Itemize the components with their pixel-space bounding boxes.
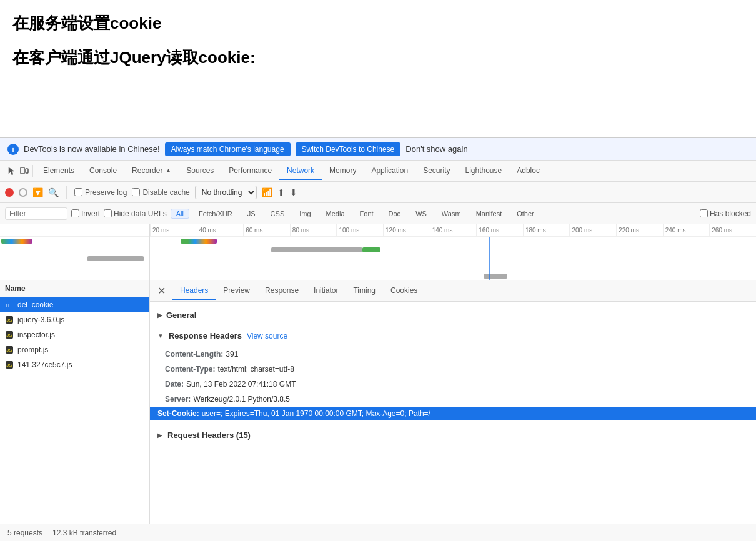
response-headers-label: Response Headers <box>169 331 242 340</box>
tab-network[interactable]: Network <box>279 162 322 180</box>
tab-lighthouse[interactable]: Lighthouse <box>458 162 510 180</box>
has-blocked-checkbox[interactable] <box>700 209 708 217</box>
ruler-140ms: 140 ms <box>430 224 477 236</box>
general-section-header[interactable]: ▶ General <box>157 307 749 324</box>
timeline-bars-left <box>0 237 149 280</box>
header-value-date: Sun, 13 Feb 2022 07:41:18 GMT <box>186 379 296 390</box>
timeline-area: 20 ms 40 ms 60 ms 80 ms 100 ms 120 ms 14… <box>0 224 756 280</box>
file-name-del-cookie: del_cookie <box>17 300 53 309</box>
file-item-jquery[interactable]: JS jquery-3.6.0.js <box>0 312 149 327</box>
detail-tab-headers[interactable]: Headers <box>172 282 216 300</box>
stop-button[interactable] <box>19 188 27 197</box>
invert-label[interactable]: Invert <box>71 209 100 218</box>
html-file-icon: H <box>5 300 14 309</box>
response-headers-section: ▼ Response Headers View source Content-L… <box>157 329 749 420</box>
invert-checkbox[interactable] <box>71 209 79 217</box>
tab-memory[interactable]: Memory <box>322 162 364 180</box>
file-name-141js: 141.327ce5c7.js <box>17 360 72 369</box>
tab-recorder[interactable]: Recorder ▲ <box>124 162 179 180</box>
tab-performance[interactable]: Performance <box>221 162 279 180</box>
switch-to-chinese-button[interactable]: Switch DevTools to Chinese <box>296 142 401 156</box>
timeline-name-column <box>0 224 150 280</box>
tab-console[interactable]: Console <box>82 162 124 180</box>
waterfall-bar-c2b <box>362 247 380 252</box>
file-list: Name H del_cookie JS jquery-3.6.0.js <box>0 280 150 524</box>
bar-chart-row-3 <box>150 254 756 263</box>
search-icon[interactable]: 🔍 <box>48 187 59 197</box>
file-item-inspector[interactable]: JS inspector.js <box>0 327 149 342</box>
devtools-notification: i DevTools is now available in Chinese! … <box>0 138 756 161</box>
disable-cache-label[interactable]: Disable cache <box>132 188 189 197</box>
hide-data-urls-label[interactable]: Hide data URLs <box>104 209 167 218</box>
general-label: General <box>166 310 196 320</box>
filter-js-button[interactable]: JS <box>242 209 261 219</box>
ruler-100ms: 100 ms <box>336 224 383 236</box>
filter-css-button[interactable]: CSS <box>265 209 291 219</box>
tab-sources[interactable]: Sources <box>179 162 221 180</box>
preserve-log-checkbox[interactable] <box>74 188 82 196</box>
svg-rect-0 <box>21 167 24 174</box>
record-button[interactable] <box>5 188 14 197</box>
filter-doc-button[interactable]: Doc <box>383 209 407 219</box>
filter-media-button[interactable]: Media <box>321 209 351 219</box>
page-title-1: 在服务端设置cookie <box>12 12 744 34</box>
close-detail-button[interactable]: ✕ <box>155 285 167 297</box>
request-triangle-icon: ▶ <box>157 432 162 439</box>
notification-message: DevTools is now available in Chinese! <box>24 144 160 154</box>
headers-content: ▶ General ▼ Response Headers View source… <box>150 302 756 451</box>
filter-wasm-button[interactable]: Wasm <box>436 209 467 219</box>
header-row-content-type: Content-Type: text/html; charset=utf-8 <box>157 362 749 377</box>
detail-tab-response[interactable]: Response <box>257 282 306 300</box>
filter-ws-button[interactable]: WS <box>410 209 432 219</box>
timeline-ruler: 20 ms 40 ms 60 ms 80 ms 100 ms 120 ms 14… <box>150 224 756 237</box>
request-headers-section: ▶ Request Headers (15) <box>157 428 749 442</box>
filter-all-button[interactable]: All <box>171 209 189 219</box>
tab-security[interactable]: Security <box>415 162 457 180</box>
file-item-prompt[interactable]: JS prompt.js <box>0 342 149 357</box>
tab-adblock[interactable]: Adbloc <box>509 162 547 180</box>
filter-img-button[interactable]: Img <box>294 209 316 219</box>
waterfall-bar-c2 <box>271 247 362 252</box>
upload-icon: ⬆ <box>277 187 285 197</box>
always-match-language-button[interactable]: Always match Chrome's language <box>165 142 291 156</box>
has-blocked-label[interactable]: Has blocked <box>700 209 751 218</box>
ruler-160ms: 160 ms <box>476 224 523 236</box>
throttle-select[interactable]: No throttling Fast 3G Slow 3G <box>195 186 257 199</box>
waterfall-bar-c1 <box>181 239 217 244</box>
ruler-20ms: 20 ms <box>150 224 197 236</box>
filter-font-button[interactable]: Font <box>354 209 379 219</box>
detail-tab-cookies[interactable]: Cookies <box>383 282 425 300</box>
request-headers-subheader: ▶ Request Headers (15) <box>157 428 749 442</box>
bar-row-3 <box>0 254 149 263</box>
dont-show-again-button[interactable]: Don't show again <box>405 144 467 154</box>
hide-data-urls-checkbox[interactable] <box>104 209 112 217</box>
info-icon: i <box>7 144 19 155</box>
response-headers-subheader: ▼ Response Headers View source <box>157 329 749 343</box>
header-name-set-cookie: Set-Cookie: <box>157 409 199 418</box>
disable-cache-checkbox[interactable] <box>132 188 140 196</box>
svg-rect-1 <box>26 169 28 173</box>
page-content: 在服务端设置cookie 在客户端通过JQuery读取cookie: <box>0 0 756 137</box>
detail-tab-preview[interactable]: Preview <box>216 282 257 300</box>
filter-input[interactable] <box>5 207 67 220</box>
cursor-tool-icon[interactable] <box>5 165 17 177</box>
tab-elements[interactable]: Elements <box>36 162 82 180</box>
file-item-del-cookie[interactable]: H del_cookie <box>0 297 149 312</box>
tab-application[interactable]: Application <box>364 162 415 180</box>
filter-fetchxhr-button[interactable]: Fetch/XHR <box>193 209 238 219</box>
set-cookie-row: Set-Cookie: user=; Expires=Thu, 01 Jan 1… <box>150 407 756 420</box>
preserve-log-label[interactable]: Preserve log <box>74 188 127 197</box>
file-name-jquery: jquery-3.6.0.js <box>17 315 64 324</box>
filter-other-button[interactable]: Other <box>511 209 540 219</box>
timeline-bars <box>150 237 756 280</box>
device-tool-icon[interactable] <box>17 165 30 177</box>
ruler-220ms: 220 ms <box>616 224 663 236</box>
view-source-link[interactable]: View source <box>247 332 287 340</box>
ruler-260ms: 260 ms <box>709 224 756 236</box>
filter-manifest-button[interactable]: Manifest <box>470 209 508 219</box>
bar-chart-row-4 <box>150 263 756 272</box>
detail-tab-initiator[interactable]: Initiator <box>306 282 346 300</box>
file-item-141js[interactable]: JS 141.327ce5c7.js <box>0 357 149 372</box>
filter-icon[interactable]: 🔽 <box>32 187 43 197</box>
detail-tab-timing[interactable]: Timing <box>346 282 383 300</box>
